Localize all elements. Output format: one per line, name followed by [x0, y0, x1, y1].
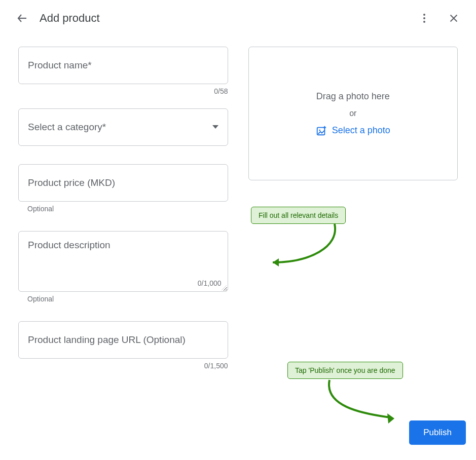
description-counter: 0/1,000: [198, 279, 222, 287]
callout-tap-publish: Tap 'Publish' once you are done: [287, 362, 403, 379]
more-options-button[interactable]: [414, 8, 434, 28]
description-group: Product description 0/1,000 Optional: [18, 231, 228, 303]
svg-point-1: [423, 14, 425, 16]
product-name-input[interactable]: Product name*: [18, 47, 228, 84]
drag-photo-text: Drag a photo here: [316, 91, 390, 102]
close-button[interactable]: [444, 8, 464, 28]
resize-handle-icon[interactable]: [222, 285, 227, 290]
select-photo-button[interactable]: Select a photo: [316, 125, 390, 136]
category-group: Select a category*: [18, 108, 228, 146]
dialog-header: Add product: [0, 0, 476, 36]
description-label: Product description: [28, 240, 111, 251]
publish-button-label: Publish: [423, 428, 452, 437]
svg-marker-6: [212, 125, 218, 129]
back-button[interactable]: [12, 8, 32, 28]
svg-line-8: [224, 287, 227, 290]
category-label: Select a category*: [28, 122, 106, 133]
or-text: or: [349, 109, 356, 118]
svg-point-10: [319, 129, 320, 131]
form-left-column: Product name* 0/58 Select a category* Pr…: [18, 47, 228, 388]
product-description-textarea[interactable]: Product description 0/1,000: [18, 231, 228, 292]
product-name-counter: 0/58: [18, 87, 228, 95]
url-counter: 0/1,500: [18, 362, 228, 370]
svg-point-3: [423, 21, 425, 23]
svg-point-2: [423, 17, 425, 19]
product-name-label: Product name*: [28, 60, 92, 71]
close-icon: [448, 13, 459, 24]
price-label: Product price (MKD): [28, 177, 115, 188]
price-group: Product price (MKD) Optional: [18, 164, 228, 213]
product-url-input[interactable]: Product landing page URL (Optional): [18, 321, 228, 359]
more-vert-icon: [418, 12, 430, 24]
publish-button[interactable]: Publish: [409, 420, 466, 445]
product-name-group: Product name* 0/58: [18, 47, 228, 95]
product-price-input[interactable]: Product price (MKD): [18, 164, 228, 202]
form-content: Product name* 0/58 Select a category* Pr…: [0, 36, 476, 388]
arrow-left-icon: [16, 12, 28, 24]
category-select[interactable]: Select a category*: [18, 108, 228, 146]
svg-line-7: [222, 285, 227, 290]
svg-marker-14: [387, 413, 394, 424]
add-photo-icon: [316, 125, 327, 136]
select-photo-text: Select a photo: [332, 125, 390, 136]
description-helper: Optional: [18, 295, 228, 303]
chevron-down-icon: [212, 125, 218, 129]
photo-dropzone[interactable]: Drag a photo here or Select a photo: [248, 47, 458, 180]
callout-fill-details: Fill out all relevant details: [251, 207, 346, 224]
page-title: Add product: [40, 12, 414, 25]
url-group: Product landing page URL (Optional) 0/1,…: [18, 321, 228, 370]
url-label: Product landing page URL (Optional): [28, 334, 186, 346]
price-helper: Optional: [18, 205, 228, 213]
